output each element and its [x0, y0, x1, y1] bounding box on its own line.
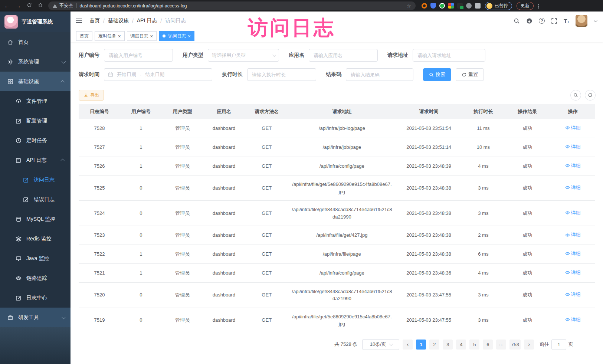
detail-link[interactable]: 详细: [565, 143, 581, 151]
extensions-row: [422, 3, 481, 9]
forward-icon[interactable]: →: [15, 3, 22, 9]
header-search-icon[interactable]: [514, 18, 520, 24]
page-number-button[interactable]: 5: [469, 340, 479, 350]
tab-scheduled-jobs[interactable]: 定时任务×: [95, 31, 125, 41]
request-time-range-picker[interactable]: 开始日期 - 结束日期: [104, 68, 212, 81]
close-icon[interactable]: ×: [118, 34, 121, 39]
cell-request-url: /api/infra/file/get/8448cada8c714e4ab61f…: [289, 282, 395, 308]
detail-link[interactable]: 详细: [565, 184, 581, 191]
detail-link[interactable]: 详细: [565, 124, 581, 132]
breadcrumb-api-log[interactable]: API 日志: [137, 17, 157, 24]
sidebar-item-access-log[interactable]: 访问日志: [0, 170, 71, 190]
sidebar-item-api-log[interactable]: API 日志: [0, 150, 71, 170]
detail-link[interactable]: 详细: [565, 162, 581, 170]
docs-help-icon[interactable]: ?: [539, 18, 545, 24]
extension-icon[interactable]: [430, 3, 436, 9]
fullscreen-icon[interactable]: [551, 18, 557, 24]
extension-icon[interactable]: [422, 3, 427, 9]
sidebar-item-dev-tools[interactable]: 研发工具: [0, 308, 71, 327]
detail-link[interactable]: 详细: [565, 269, 581, 276]
user-avatar[interactable]: [576, 15, 587, 27]
page-size-select[interactable]: 10条/页: [362, 339, 399, 350]
page-number-button[interactable]: 6: [483, 340, 493, 350]
sidebar-item-home[interactable]: 首页: [0, 32, 71, 52]
font-size-icon[interactable]: TT: [564, 18, 569, 24]
extension-icon[interactable]: [466, 3, 472, 9]
close-icon[interactable]: ×: [150, 34, 153, 39]
cell-method: GET: [245, 263, 289, 282]
user-id-input[interactable]: [104, 49, 173, 62]
more-pages-button[interactable]: ···: [496, 340, 506, 350]
extension-icon[interactable]: [439, 3, 445, 9]
back-icon[interactable]: ←: [4, 3, 10, 9]
profile-paused-pill[interactable]: 已暂停: [485, 2, 512, 10]
bookmark-star-icon[interactable]: ☆: [406, 3, 411, 9]
start-date-placeholder[interactable]: 开始日期: [117, 71, 136, 78]
result-code-input[interactable]: [346, 68, 413, 81]
sidebar-item-java-monitor[interactable]: Java 监控: [0, 249, 71, 268]
jump-prefix: 前往: [540, 341, 549, 348]
jump-page-input[interactable]: [551, 339, 566, 350]
user-type-select[interactable]: 请选择用户类型: [208, 49, 279, 62]
page-number-button[interactable]: 3: [443, 340, 453, 350]
breadcrumb-home[interactable]: 首页: [89, 17, 100, 24]
search-button[interactable]: 搜索: [423, 68, 451, 81]
detail-link[interactable]: 详细: [565, 209, 581, 217]
reload-icon[interactable]: [26, 3, 33, 9]
browser-menu-icon[interactable]: [538, 3, 540, 9]
detail-link[interactable]: 详细: [565, 250, 581, 258]
security-status[interactable]: 不安全: [53, 3, 73, 9]
result-code-label: 结果码: [326, 71, 341, 78]
collapse-menu-icon[interactable]: [76, 19, 82, 23]
update-button[interactable]: 更新: [517, 2, 534, 10]
reset-button[interactable]: 重置: [456, 68, 484, 81]
avatar-caret-icon[interactable]: [594, 19, 597, 22]
sidebar-item-file-manage[interactable]: 文件管理: [0, 91, 71, 111]
close-icon[interactable]: ×: [188, 34, 191, 39]
cell-log-id: 7521: [79, 263, 120, 282]
tab-home[interactable]: 首页: [76, 31, 92, 41]
extension-icon[interactable]: [457, 3, 463, 9]
infra-icon: [7, 79, 13, 85]
tab-dispatch-log[interactable]: 调度日志×: [127, 31, 157, 41]
tab-access-log[interactable]: 访问日志×: [159, 31, 194, 41]
sidebar-item-redis-monitor[interactable]: Redis 监控: [0, 229, 71, 249]
breadcrumb-infra[interactable]: 基础设施: [108, 17, 129, 24]
detail-link[interactable]: 详细: [565, 316, 581, 324]
refresh-table-button[interactable]: [585, 90, 596, 101]
sidebar-item-config-manage[interactable]: 配置管理: [0, 111, 71, 131]
home-nav-icon[interactable]: [37, 3, 44, 9]
extensions-puzzle-icon[interactable]: [475, 3, 481, 9]
sidebar-item-trace[interactable]: 链路追踪: [0, 268, 71, 288]
page-number-button[interactable]: 753: [509, 340, 521, 350]
page-number-button[interactable]: 2: [429, 340, 439, 350]
sidebar-item-infra[interactable]: 基础设施: [0, 72, 71, 91]
cell-user-id: 1: [120, 138, 162, 157]
sidebar-item-mysql-monitor[interactable]: MySQL 监控: [0, 209, 71, 229]
url-text[interactable]: dashboard.yudao.iocoder.cn/infra/log/api…: [80, 3, 187, 9]
next-page-button[interactable]: ›: [524, 340, 534, 350]
address-bar[interactable]: 不安全 dashboard.yudao.iocoder.cn/infra/log…: [48, 1, 416, 10]
sidebar: 芋道管理系统 首页 系统管理 基础设施 文件管理: [0, 12, 71, 364]
prev-page-button[interactable]: ‹: [403, 340, 413, 350]
page-number-button[interactable]: 4: [456, 340, 466, 350]
cell-user-type: 管理员: [162, 201, 203, 226]
sidebar-item-system[interactable]: 系统管理: [0, 52, 71, 72]
page-number-button[interactable]: 1: [416, 340, 426, 350]
duration-input[interactable]: [247, 68, 316, 81]
sidebar-item-log-center[interactable]: 日志中心: [0, 288, 71, 308]
divider: [76, 3, 77, 8]
app-logo-row[interactable]: 芋道管理系统: [0, 12, 71, 32]
app-name-input[interactable]: [309, 49, 378, 62]
export-button[interactable]: 导出: [79, 90, 104, 101]
extension-icon[interactable]: [448, 3, 454, 9]
request-url-input[interactable]: [413, 49, 485, 62]
sidebar-item-error-log[interactable]: 错误日志: [0, 190, 71, 209]
sidebar-item-scheduled-jobs[interactable]: 定时任务: [0, 131, 71, 150]
cell-result: 成功: [504, 138, 551, 157]
detail-link[interactable]: 详细: [565, 291, 581, 298]
github-icon[interactable]: [526, 18, 532, 24]
toggle-search-button[interactable]: [570, 90, 581, 101]
detail-link[interactable]: 详细: [565, 231, 581, 239]
end-date-placeholder[interactable]: 结束日期: [145, 71, 164, 78]
